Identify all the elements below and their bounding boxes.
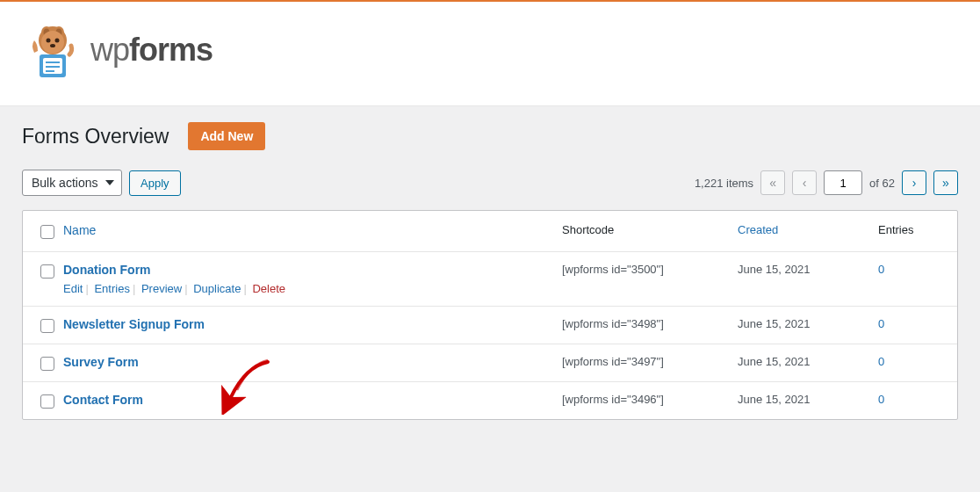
created-cell: June 15, 2021 — [738, 355, 878, 368]
created-cell: June 15, 2021 — [738, 263, 878, 276]
row-actions: Edit| Entries| Preview| Duplicate| Delet… — [63, 282, 562, 295]
name-column-header[interactable]: Name — [63, 223, 96, 237]
delete-link[interactable]: Delete — [252, 282, 285, 295]
entries-count-link[interactable]: 0 — [878, 263, 884, 276]
svg-point-6 — [47, 39, 51, 43]
select-all-checkbox[interactable] — [40, 225, 54, 239]
svg-point-7 — [55, 39, 60, 43]
svg-point-8 — [50, 44, 55, 47]
items-count: 1,221 items — [695, 177, 753, 190]
shortcode-column-header: Shortcode — [562, 223, 738, 236]
created-column-header[interactable]: Created — [738, 223, 778, 236]
entries-column-header: Entries — [878, 223, 948, 236]
wpforms-logo: wpforms — [22, 19, 958, 81]
plugin-header: wpforms — [0, 2, 980, 106]
shortcode-cell: [wpforms id="3497"] — [562, 355, 738, 368]
row-checkbox[interactable] — [40, 357, 54, 371]
entries-count-link[interactable]: 0 — [878, 355, 884, 368]
form-name-link[interactable]: Newsletter Signup Form — [63, 317, 205, 331]
total-pages-text: of 62 — [869, 177, 895, 190]
sullie-mascot-icon — [22, 19, 83, 81]
entries-count-link[interactable]: 0 — [878, 317, 884, 330]
apply-button[interactable]: Apply — [129, 170, 181, 196]
prev-page-button: ‹ — [792, 170, 817, 195]
table-header-row: Name Shortcode Created Entries — [23, 211, 957, 252]
entries-count-link[interactable]: 0 — [878, 393, 884, 406]
duplicate-link[interactable]: Duplicate — [193, 282, 241, 295]
forms-table: Name Shortcode Created Entries Donation … — [22, 210, 958, 420]
created-cell: June 15, 2021 — [738, 317, 878, 330]
svg-rect-12 — [46, 66, 60, 68]
first-page-button: « — [760, 170, 785, 195]
row-checkbox[interactable] — [40, 394, 54, 409]
row-checkbox[interactable] — [40, 319, 54, 333]
table-row: Donation Form Edit| Entries| Preview| Du… — [23, 252, 957, 307]
row-checkbox[interactable] — [40, 264, 54, 279]
last-page-button[interactable]: » — [933, 170, 958, 195]
form-name-link[interactable]: Donation Form — [63, 263, 151, 277]
svg-rect-11 — [46, 62, 60, 63]
shortcode-cell: [wpforms id="3496"] — [562, 393, 738, 406]
shortcode-cell: [wpforms id="3498"] — [562, 317, 738, 330]
created-cell: June 15, 2021 — [738, 393, 878, 406]
shortcode-cell: [wpforms id="3500"] — [562, 263, 738, 276]
form-name-link[interactable]: Survey Form — [63, 355, 139, 369]
svg-point-5 — [41, 31, 64, 54]
table-row: Survey Form [wpforms id="3497"] June 15,… — [23, 344, 957, 382]
add-new-button[interactable]: Add New — [188, 122, 265, 150]
bulk-actions-select[interactable]: Bulk actions — [22, 170, 122, 196]
form-name-link[interactable]: Contact Form — [63, 393, 143, 407]
svg-rect-13 — [46, 70, 54, 72]
preview-link[interactable]: Preview — [141, 282, 182, 295]
table-row: Contact Form [wpforms id="3496"] June 15… — [23, 382, 957, 419]
table-row: Newsletter Signup Form [wpforms id="3498… — [23, 307, 957, 344]
current-page-input[interactable] — [824, 170, 862, 195]
next-page-button[interactable]: › — [902, 170, 926, 195]
page-title: Forms Overview — [22, 125, 169, 148]
edit-link[interactable]: Edit — [63, 282, 83, 295]
entries-link[interactable]: Entries — [94, 282, 129, 295]
logo-text: wpforms — [90, 32, 213, 69]
